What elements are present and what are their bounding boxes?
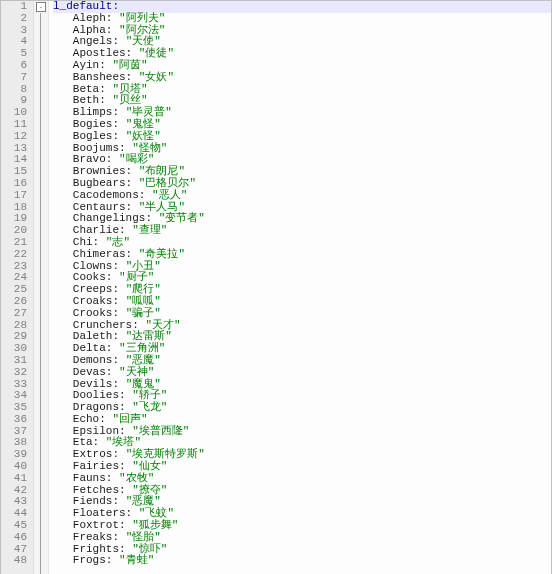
line-number: 32 (5, 367, 27, 379)
yaml-entry: Freaks: "怪胎" (53, 532, 551, 544)
code-editor[interactable]: 1234567891011121314151617181920212223242… (0, 0, 552, 574)
yaml-entry: Echo: "回声" (53, 414, 551, 426)
line-number: 31 (5, 355, 27, 367)
line-number: 27 (5, 308, 27, 320)
line-number: 7 (5, 72, 27, 84)
line-number: 6 (5, 60, 27, 72)
yaml-entry: Frogs: "青蛙" (53, 555, 551, 567)
yaml-entry: Fauns: "农牧" (53, 473, 551, 485)
line-number: 2 (5, 13, 27, 25)
line-number: 46 (5, 532, 27, 544)
line-number: 48 (5, 555, 27, 567)
line-number: 41 (5, 473, 27, 485)
code-area[interactable]: l_default: Aleph: "阿列夫" Alpha: "阿尔法" Ang… (49, 1, 551, 574)
line-number: 12 (5, 131, 27, 143)
line-number-gutter: 1234567891011121314151617181920212223242… (1, 1, 34, 574)
fold-guide (40, 13, 41, 574)
yaml-entry: Bogles: "妖怪" (53, 131, 551, 143)
line-number: 11 (5, 119, 27, 131)
fold-toggle-icon[interactable]: - (36, 2, 46, 12)
line-number: 16 (5, 178, 27, 190)
line-number: 17 (5, 190, 27, 202)
line-number: 36 (5, 414, 27, 426)
line-number: 22 (5, 249, 27, 261)
fold-column[interactable]: - (34, 1, 49, 574)
line-number: 21 (5, 237, 27, 249)
line-number: 26 (5, 296, 27, 308)
